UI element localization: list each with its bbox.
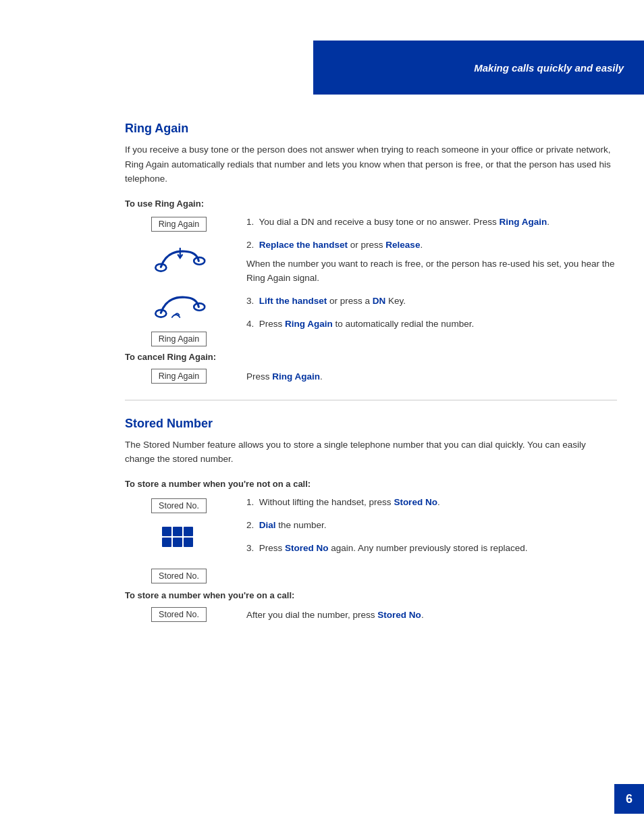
stored-step2-dial-link: Dial bbox=[259, 520, 276, 530]
cancel-ring-again-link: Ring Again bbox=[272, 371, 320, 382]
step3-lift-link: Lift the handset bbox=[259, 296, 327, 306]
step2-subtext: When the number you want to reach is fre… bbox=[246, 257, 617, 285]
stored-step-3: 3. Press Stored No again. Any number pre… bbox=[246, 542, 617, 555]
step1-number: 1. You dial a DN and receive a busy tone… bbox=[246, 217, 549, 227]
keypad-key-3 bbox=[184, 527, 193, 536]
page-content: Ring Again If you receive a busy tone or… bbox=[125, 122, 617, 622]
ring-again-step-1: 1. You dial a DN and receive a busy tone… bbox=[246, 215, 617, 229]
header-title: Making calls quickly and easily bbox=[474, 62, 624, 74]
page-number: 6 bbox=[626, 792, 633, 806]
ring-again-step-3: 3. Lift the handset or press a DN Key. bbox=[246, 294, 617, 308]
ring-again-right-col: 1. You dial a DN and receive a busy tone… bbox=[246, 215, 617, 346]
cancel-right-col: Press Ring Again. bbox=[246, 369, 617, 382]
section-divider bbox=[125, 400, 617, 400]
stored-no-button-1[interactable]: Stored No. bbox=[151, 498, 207, 513]
step4-ring-again-link: Ring Again bbox=[285, 319, 333, 329]
ring-again-title: Ring Again bbox=[125, 122, 617, 136]
header-bar: Making calls quickly and easily bbox=[313, 41, 644, 95]
stored-steps-layout: Stored No. Stored No. 1. Without lifting… bbox=[125, 496, 617, 583]
ring-again-button-4[interactable]: Ring Again bbox=[151, 332, 207, 346]
stored-number-section: Stored Number The Stored Number feature … bbox=[125, 417, 617, 622]
ring-again-instruction-label: To use Ring Again: bbox=[125, 199, 617, 209]
step1-ring-again-link: Ring Again bbox=[499, 217, 547, 227]
on-call-right-col: After you dial the number, press Stored … bbox=[246, 607, 617, 620]
on-call-row: Stored No. After you dial the number, pr… bbox=[125, 607, 617, 622]
stored-number-title: Stored Number bbox=[125, 417, 617, 431]
cancel-ring-again-row: Ring Again Press Ring Again. bbox=[125, 369, 617, 384]
keypad-key-4 bbox=[162, 538, 171, 547]
keypad-key-1 bbox=[162, 527, 171, 536]
handset-down-icon bbox=[152, 244, 206, 278]
stored-no-button-3[interactable]: Stored No. bbox=[151, 569, 207, 583]
on-call-label: To store a number when you're on a call: bbox=[125, 590, 617, 600]
on-call-left-col: Stored No. bbox=[125, 607, 233, 622]
cancel-ring-again-label: To cancel Ring Again: bbox=[125, 352, 617, 362]
step2-number: 2. Replace the handset or press Release. bbox=[246, 240, 423, 250]
step3-number: 3. Lift the handset or press a DN Key. bbox=[246, 296, 406, 306]
stored-step1-link: Stored No bbox=[394, 497, 437, 507]
step4-number: 4. Press Ring Again to automatically red… bbox=[246, 319, 474, 329]
ring-again-left-col: Ring Again bbox=[125, 215, 233, 346]
stored-no-button-on-call[interactable]: Stored No. bbox=[151, 607, 207, 622]
stored-step3-link: Stored No bbox=[285, 543, 329, 553]
stored-left-col: Stored No. Stored No. bbox=[125, 496, 233, 583]
step2-replace-link: Replace the handset bbox=[259, 240, 348, 250]
ring-signal-icon bbox=[152, 290, 206, 323]
keypad-key-5 bbox=[173, 538, 182, 547]
keypad-key-6 bbox=[184, 538, 193, 547]
stored-right-col: 1. Without lifting the handset, press St… bbox=[246, 496, 617, 583]
ring-again-description: If you receive a busy tone or the person… bbox=[125, 142, 617, 186]
step2-release-link: Release bbox=[385, 240, 420, 250]
ring-again-steps-layout: Ring Again bbox=[125, 215, 617, 346]
stored-step-2: 2. Dial the number. bbox=[246, 519, 617, 532]
keypad-icon bbox=[162, 527, 196, 555]
page-number-tab: 6 bbox=[614, 784, 644, 814]
keypad-key-2 bbox=[173, 527, 182, 536]
ring-again-step-2: 2. Replace the handset or press Release.… bbox=[246, 238, 617, 285]
ring-again-section: Ring Again If you receive a busy tone or… bbox=[125, 122, 617, 384]
cancel-ring-again-button[interactable]: Ring Again bbox=[151, 369, 207, 384]
ring-again-step-4: 4. Press Ring Again to automatically red… bbox=[246, 317, 617, 331]
stored-step-1: 1. Without lifting the handset, press St… bbox=[246, 496, 617, 509]
ring-again-button-1[interactable]: Ring Again bbox=[151, 217, 207, 232]
step3-dn-link: DN bbox=[373, 296, 386, 306]
cancel-left-col: Ring Again bbox=[125, 369, 233, 384]
stored-number-description: The Stored Number feature allows you to … bbox=[125, 438, 617, 467]
on-call-stored-link: Stored No bbox=[377, 610, 421, 620]
not-on-call-label: To store a number when you're not on a c… bbox=[125, 479, 617, 489]
